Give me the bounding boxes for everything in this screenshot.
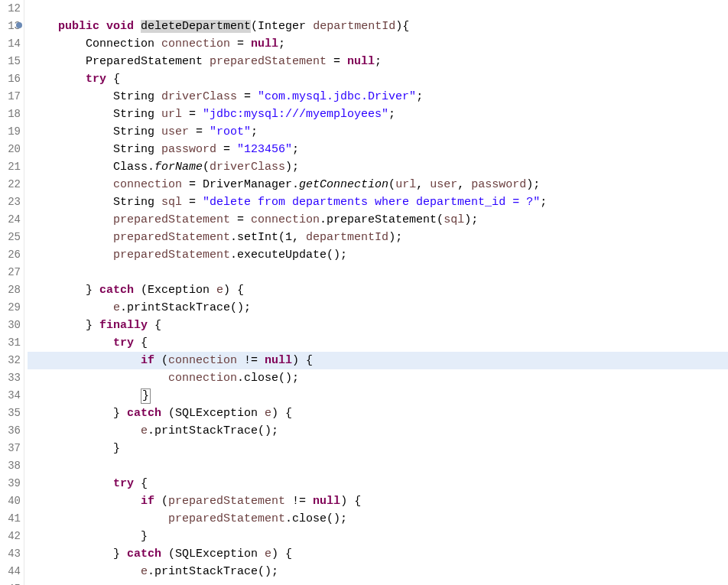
line-number: 12 [0, 0, 21, 18]
code-token-mtd: forName [154, 161, 203, 174]
line-number: 27 [0, 264, 21, 281]
code-line[interactable]: preparedStatement.setInt(1, departmentId… [28, 229, 728, 246]
code-line[interactable]: String password = "123456"; [28, 141, 728, 158]
line-number: 15 [0, 53, 21, 70]
code-token-var: preparedStatement [113, 249, 230, 262]
code-token-var: connection [161, 37, 230, 50]
line-number: 43 [0, 545, 21, 563]
code-token-var: e [141, 424, 148, 437]
line-number: 23 [0, 193, 21, 211]
code-line[interactable]: try { [28, 334, 728, 352]
line-number: 38 [0, 457, 21, 475]
code-token-kw: catch [127, 407, 161, 420]
line-number: 26 [0, 246, 21, 264]
code-line[interactable]: } [28, 387, 728, 405]
code-line[interactable]: e.printStackTrace(); [28, 299, 728, 317]
code-token-var: e [265, 548, 271, 561]
code-line[interactable]: } catch (SQLException e) { [28, 545, 728, 563]
code-line[interactable]: e.printStackTrace(); [28, 563, 728, 580]
code-line[interactable]: Connection connection = null; [28, 35, 728, 53]
line-number: 13 [0, 18, 21, 35]
code-line[interactable]: } [28, 440, 728, 457]
code-token-str: "123456" [237, 143, 292, 156]
line-number: 44 [0, 563, 21, 580]
code-line[interactable]: try { [28, 70, 728, 88]
line-number: 34 [0, 387, 21, 405]
code-editor-area[interactable]: public void deleteDepartment(Integer dep… [24, 0, 728, 585]
code-token-var: password [471, 178, 526, 191]
code-line[interactable]: connection.close(); [28, 369, 728, 387]
code-token-var: preparedStatement [168, 512, 285, 525]
code-token-var: password [161, 143, 216, 156]
code-line[interactable]: String sql = "delete from departments wh… [28, 193, 728, 211]
code-token-kw: null [265, 354, 292, 367]
code-line[interactable]: try { [28, 475, 728, 492]
code-line[interactable]: if (connection != null) { [28, 352, 728, 369]
code-line[interactable]: preparedStatement.close(); [28, 510, 728, 528]
code-token-var: url [395, 178, 416, 191]
code-token-kw: catch [99, 284, 134, 297]
line-number: 39 [0, 475, 21, 492]
code-line[interactable] [28, 0, 728, 18]
code-token-var: driverClass [210, 161, 285, 174]
code-token-kw: public [58, 20, 99, 33]
line-number: 35 [0, 405, 21, 422]
code-token-var: user [430, 178, 457, 191]
code-token-kw: if [141, 495, 154, 508]
code-line[interactable]: } catch (SQLException e) { [28, 405, 728, 422]
code-line[interactable]: if (preparedStatement != null) { [28, 492, 728, 510]
line-number: 41 [0, 510, 21, 528]
code-token-var: connection [168, 372, 237, 385]
code-token-str: "delete from departments where departmen… [203, 196, 540, 209]
code-token-var: connection [168, 354, 237, 367]
line-number: 31 [0, 334, 21, 352]
code-line[interactable]: } finally { [28, 317, 728, 334]
code-token-box: } [141, 388, 151, 404]
code-line[interactable] [28, 457, 728, 475]
code-line[interactable]: Class.forName(driverClass); [28, 158, 728, 176]
code-token-var: departmentId [306, 231, 388, 244]
code-line[interactable] [28, 580, 728, 585]
line-number: 16 [0, 70, 21, 88]
code-line[interactable]: preparedStatement.executeUpdate(); [28, 246, 728, 264]
code-token-var: preparedStatement [113, 231, 230, 244]
code-token-var: e [141, 565, 148, 578]
code-line[interactable]: public void deleteDepartment(Integer dep… [28, 18, 728, 35]
code-token-var: preparedStatement [210, 55, 327, 68]
code-line[interactable]: String driverClass = "com.mysql.jdbc.Dri… [28, 88, 728, 106]
code-line[interactable] [28, 264, 728, 281]
code-token-var: preparedStatement [168, 495, 285, 508]
code-token-var: driverClass [161, 90, 237, 103]
code-token-sel-occ: deleteDepartment [141, 20, 251, 33]
code-token-kw: try [113, 477, 134, 490]
line-number: 21 [0, 158, 21, 176]
line-number: 14 [0, 35, 21, 53]
line-number: 33 [0, 369, 21, 387]
code-token-str: "jdbc:mysql:///myemployees" [203, 108, 388, 121]
code-line[interactable]: String url = "jdbc:mysql:///myemployees"… [28, 106, 728, 123]
code-line[interactable]: preparedStatement = connection.prepareSt… [28, 211, 728, 229]
code-line[interactable]: PreparedStatement preparedStatement = nu… [28, 53, 728, 70]
code-token-var: e [113, 301, 120, 314]
code-line[interactable]: e.printStackTrace(); [28, 422, 728, 440]
code-token-var: connection [113, 178, 182, 191]
code-token-kw: finally [99, 319, 148, 332]
code-token-var: url [161, 108, 182, 121]
line-number: 25 [0, 229, 21, 246]
line-number: 18 [0, 106, 21, 123]
line-number: 37 [0, 440, 21, 457]
code-token-var: user [161, 125, 189, 138]
code-token-var: e [216, 284, 223, 297]
code-line[interactable]: String user = "root"; [28, 123, 728, 141]
code-token-kw: null [251, 37, 278, 50]
code-line[interactable]: } [28, 528, 728, 545]
line-number: 45 [0, 580, 21, 585]
code-line[interactable]: } catch (Exception e) { [28, 281, 728, 299]
line-number: 42 [0, 528, 21, 545]
code-token-kw: null [347, 55, 375, 68]
line-number: 32 [0, 352, 21, 369]
code-token-kw: try [86, 73, 106, 86]
code-line[interactable]: connection = DriverManager.getConnection… [28, 176, 728, 193]
code-token-kw: null [313, 495, 340, 508]
code-token-var: connection [251, 213, 320, 226]
